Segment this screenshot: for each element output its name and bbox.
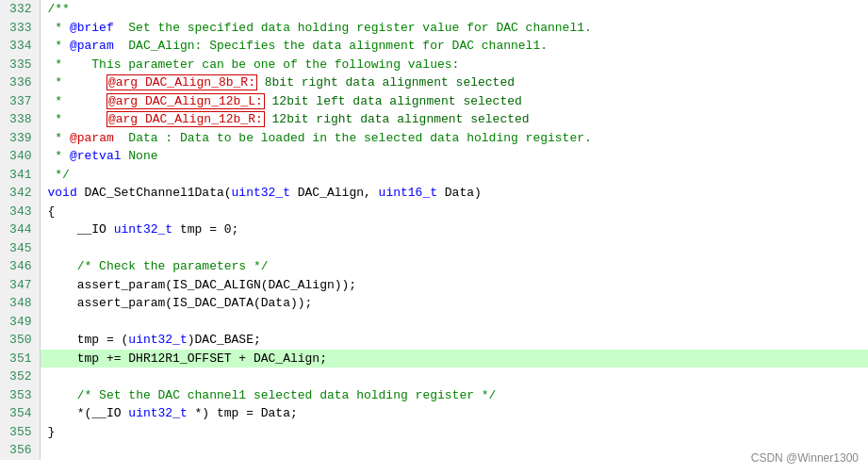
line-content: }	[40, 423, 868, 442]
table-row: 352	[0, 368, 868, 386]
table-row: 340 * @retval None	[0, 147, 868, 166]
code-container: 332 /** 333 * @brief Set the specified d…	[0, 0, 868, 474]
line-number: 339	[0, 129, 40, 148]
line-content: tmp = (uint32_t)DAC_BASE;	[40, 331, 868, 350]
table-row: 355 }	[0, 423, 868, 442]
line-number: 338	[0, 110, 40, 129]
table-row: 345	[0, 239, 868, 258]
line-number: 347	[0, 276, 40, 295]
line-content: assert_param(IS_DAC_ALIGN(DAC_Align));	[40, 276, 868, 295]
line-content: * This parameter can be one of the follo…	[40, 56, 868, 74]
line-content: * @arg DAC_Align_12b_R: 12bit right data…	[40, 110, 868, 129]
line-content: tmp += DHR12R1_OFFSET + DAC_Align;	[40, 350, 868, 368]
table-row: 351 tmp += DHR12R1_OFFSET + DAC_Align;	[0, 350, 868, 368]
line-content: * @param Data : Data to be loaded in the…	[40, 129, 868, 148]
code-table: 332 /** 333 * @brief Set the specified d…	[0, 0, 868, 460]
line-content: /* Set the DAC channel1 selected data ho…	[40, 386, 868, 405]
table-row: 354 *(__IO uint32_t *) tmp = Data;	[0, 404, 868, 423]
line-number: 351	[0, 350, 40, 368]
line-content	[40, 441, 868, 460]
table-row: 342 void DAC_SetChannel1Data(uint32_t DA…	[0, 184, 868, 203]
line-number: 348	[0, 294, 40, 313]
line-number: 343	[0, 203, 40, 221]
line-number: 340	[0, 147, 40, 166]
line-number: 341	[0, 166, 40, 185]
line-content: __IO uint32_t tmp = 0;	[40, 221, 868, 239]
line-number: 332	[0, 0, 40, 19]
table-row: 347 assert_param(IS_DAC_ALIGN(DAC_Align)…	[0, 276, 868, 295]
line-content: * @brief Set the specified data holding …	[40, 19, 868, 38]
line-content: {	[40, 203, 868, 221]
table-row: 356	[0, 441, 868, 460]
line-content	[40, 239, 868, 258]
line-number: 337	[0, 92, 40, 111]
line-content: /**	[40, 0, 868, 19]
line-number: 334	[0, 37, 40, 56]
line-number: 344	[0, 221, 40, 239]
table-row: 346 /* Check the parameters */	[0, 257, 868, 276]
line-number: 346	[0, 257, 40, 276]
line-number: 335	[0, 56, 40, 74]
line-number: 345	[0, 239, 40, 258]
line-number: 350	[0, 331, 40, 350]
table-row: 339 * @param Data : Data to be loaded in…	[0, 129, 868, 148]
table-row: 334 * @param DAC_Align: Specifies the da…	[0, 37, 868, 56]
table-row: 336 * @arg DAC_Align_8b_R: 8bit right da…	[0, 74, 868, 92]
line-content: assert_param(IS_DAC_DATA(Data));	[40, 294, 868, 313]
line-content: */	[40, 166, 868, 185]
line-number: 349	[0, 313, 40, 332]
line-number: 354	[0, 404, 40, 423]
table-row: 337 * @arg DAC_Align_12b_L: 12bit left d…	[0, 92, 868, 111]
table-row: 341 */	[0, 166, 868, 185]
table-row: 344 __IO uint32_t tmp = 0;	[0, 221, 868, 239]
line-content: * @retval None	[40, 147, 868, 166]
table-row: 338 * @arg DAC_Align_12b_R: 12bit right …	[0, 110, 868, 129]
line-content	[40, 313, 868, 332]
line-content: /* Check the parameters */	[40, 257, 868, 276]
line-content: *(__IO uint32_t *) tmp = Data;	[40, 404, 868, 423]
line-content	[40, 368, 868, 386]
line-content: * @arg DAC_Align_8b_R: 8bit right data a…	[40, 74, 868, 92]
table-row: 353 /* Set the DAC channel1 selected dat…	[0, 386, 868, 405]
table-row: 332 /**	[0, 0, 868, 19]
line-content: * @param DAC_Align: Specifies the data a…	[40, 37, 868, 56]
watermark: CSDN @Winner1300	[751, 449, 859, 466]
line-number: 342	[0, 184, 40, 203]
table-row: 335 * This parameter can be one of the f…	[0, 56, 868, 74]
table-row: 349	[0, 313, 868, 332]
line-number: 353	[0, 386, 40, 405]
line-number: 356	[0, 441, 40, 460]
line-number: 336	[0, 74, 40, 92]
line-content: * @arg DAC_Align_12b_L: 12bit left data …	[40, 92, 868, 111]
table-row: 333 * @brief Set the specified data hold…	[0, 19, 868, 38]
line-number: 352	[0, 368, 40, 386]
line-number: 355	[0, 423, 40, 442]
table-row: 343 {	[0, 203, 868, 221]
line-content: void DAC_SetChannel1Data(uint32_t DAC_Al…	[40, 184, 868, 203]
table-row: 350 tmp = (uint32_t)DAC_BASE;	[0, 331, 868, 350]
line-number: 333	[0, 19, 40, 38]
table-row: 348 assert_param(IS_DAC_DATA(Data));	[0, 294, 868, 313]
